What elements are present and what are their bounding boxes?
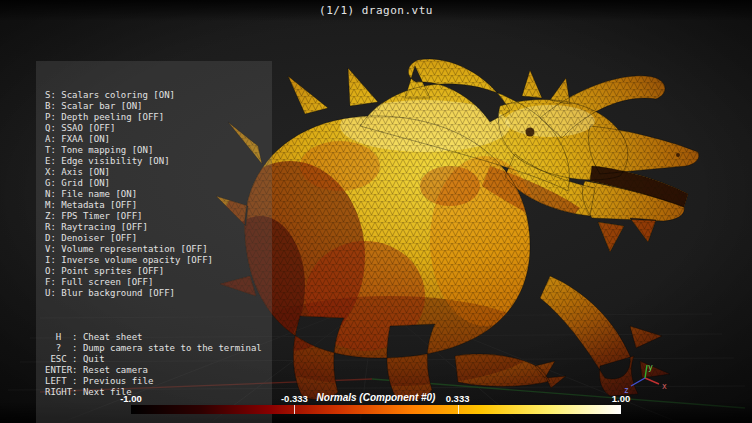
cheat-sheet-toggle: U: Blur background [OFF] [45, 288, 263, 299]
cheat-sheet-toggle: E: Edge visibility [ON] [45, 156, 263, 167]
scalar-bar-gradient [131, 405, 621, 414]
cheat-sheet-toggle: T: Tone mapping [ON] [45, 145, 263, 156]
cheat-sheet-toggle: V: Volume representation [OFF] [45, 244, 263, 255]
z-axis-label: z [624, 386, 629, 395]
cheat-sheet-command: ENTER: Reset camera [45, 365, 263, 376]
window-title: (1/1) dragon.vtu [0, 4, 752, 17]
y-axis-line [645, 365, 647, 378]
scalar-bar-title: Normals (Component #0) [317, 392, 436, 403]
cheat-sheet-command: H : Cheat sheet [45, 332, 263, 343]
cheat-sheet-toggle: Q: SSAO [OFF] [45, 123, 263, 134]
x-axis-line [645, 378, 659, 384]
cheat-sheet-toggle: R: Raytracing [OFF] [45, 222, 263, 233]
cheat-sheet-command: ? : Dump camera state to the terminal [45, 343, 263, 354]
cheat-sheet-toggle: I: Inverse volume opacity [OFF] [45, 255, 263, 266]
cheat-sheet-toggle: N: File name [ON] [45, 189, 263, 200]
cheat-sheet-toggles: S: Scalars coloring [ON]B: Scalar bar [O… [45, 90, 263, 299]
cheat-sheet-toggle: O: Point sprites [OFF] [45, 266, 263, 277]
cheat-sheet-toggle: A: FXAA [ON] [45, 134, 263, 145]
cheat-sheet-toggle: P: Depth peeling [OFF] [45, 112, 263, 123]
cheat-sheet-panel: S: Scalars coloring [ON]B: Scalar bar [O… [36, 61, 272, 423]
x-axis-label: x [662, 382, 667, 391]
cheat-sheet-toggle: M: Metadata [OFF] [45, 200, 263, 211]
cheat-sheet-toggle: B: Scalar bar [ON] [45, 101, 263, 112]
cheat-sheet-command: LEFT : Previous file [45, 376, 263, 387]
scalar-bar-tick [294, 405, 295, 414]
cheat-sheet-toggle: Z: FPS Timer [OFF] [45, 211, 263, 222]
cheat-sheet-toggle: X: Axis [ON] [45, 167, 263, 178]
scalar-bar-tick-label: -1.00 [120, 393, 142, 404]
cheat-sheet-toggle: S: Scalars coloring [ON] [45, 90, 263, 101]
scalar-bar-labels: Normals (Component #0) -1.00-0.3330.3331… [131, 392, 621, 404]
scalar-bar-tick [458, 405, 459, 414]
scalar-bar: Normals (Component #0) -1.00-0.3330.3331… [131, 392, 621, 414]
cheat-sheet-command: ESC : Quit [45, 354, 263, 365]
3d-viewport[interactable]: (1/1) dragon.vtu S: Scalars coloring [ON… [0, 0, 752, 423]
dragon-model [200, 26, 715, 414]
z-axis-line [631, 378, 645, 386]
cheat-sheet-toggle: G: Grid [ON] [45, 178, 263, 189]
axes-widget: x y z [622, 362, 670, 396]
cheat-sheet-toggle: F: Full screen [OFF] [45, 277, 263, 288]
cheat-sheet-commands: H : Cheat sheet ? : Dump camera state to… [45, 332, 263, 398]
scalar-bar-tick-label: -0.333 [281, 393, 308, 404]
y-axis-label: y [648, 363, 653, 372]
cheat-sheet-toggle: D: Denoiser [OFF] [45, 233, 263, 244]
scalar-bar-tick-label: 0.333 [446, 393, 470, 404]
